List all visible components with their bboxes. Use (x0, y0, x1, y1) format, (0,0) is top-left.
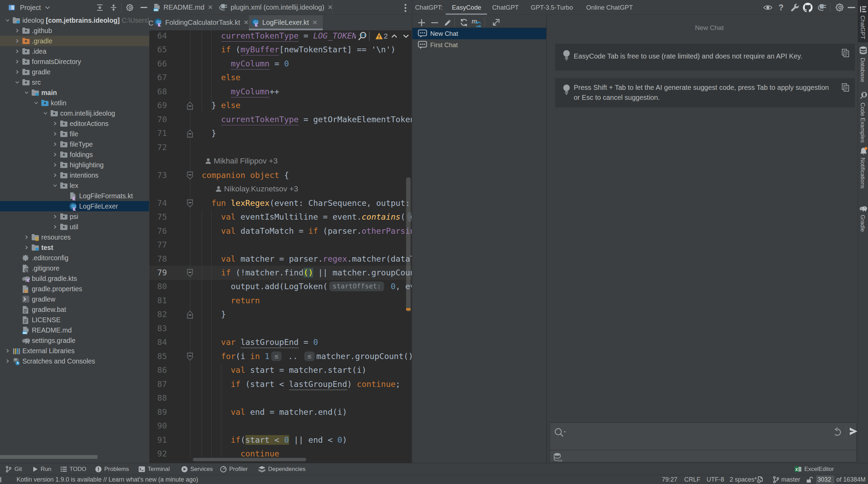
memory-used[interactable]: 3032 (817, 475, 831, 484)
editor-tab-foldingcalculatortask[interactable]: FoldingCalculatorTask.kt✕ (154, 15, 248, 30)
close-tab-icon[interactable]: ✕ (208, 4, 213, 11)
chevron-collapsed-icon[interactable] (53, 142, 57, 147)
notifications-icon[interactable] (859, 147, 868, 156)
fold-marker-end-icon[interactable] (187, 129, 193, 138)
editor-tab-plugin.xml[interactable]: plugin.xml (com.intellij.ideolog)✕ (219, 0, 333, 15)
tab-options-kebab-icon[interactable] (404, 3, 406, 12)
inject-search-icon[interactable] (357, 31, 368, 42)
editor-tab-logfilelexer[interactable]: LogFileLexer.kt✕ (251, 15, 317, 30)
caret-position[interactable]: 79:27 (662, 475, 677, 484)
stripe-item-notifications[interactable]: Notifications (859, 158, 866, 189)
tree-item-gradlew[interactable]: gradlew (0, 294, 149, 304)
prev-warning-icon[interactable] (391, 34, 398, 38)
chatgpt-stripe-icon[interactable] (859, 6, 867, 13)
stripe-item-gradle[interactable]: Gradle (859, 215, 866, 232)
chat-list-item-new-chat[interactable]: New Chat (412, 28, 546, 39)
tree-item-kotlin[interactable]: kotlin (0, 98, 149, 108)
tree-item-resources[interactable]: resources (0, 232, 149, 242)
stripe-item-code-examples[interactable]: Code Examples (859, 103, 866, 143)
editor-tab-readme.md[interactable]: MDREADME.md✕ (153, 0, 213, 15)
eye-icon[interactable] (763, 4, 773, 11)
copy-icon[interactable] (841, 83, 850, 92)
chevron-collapsed-icon[interactable] (53, 131, 57, 136)
branch-name[interactable]: master (781, 475, 800, 484)
project-dropdown-icon[interactable] (45, 6, 50, 9)
chevron-collapsed-icon[interactable] (24, 245, 29, 250)
tree-item-editoractions[interactable]: editorActions (0, 118, 149, 129)
chevron-expanded-icon[interactable] (5, 18, 10, 23)
tree-item-scratches-and-consoles[interactable]: Scratches and Consoles (0, 356, 149, 366)
tool-button-run[interactable]: Run (32, 463, 51, 475)
close-tab-icon[interactable]: ✕ (313, 19, 317, 26)
help-icon[interactable]: ? (779, 3, 785, 12)
hide-chat-panel-icon[interactable] (848, 7, 855, 8)
editor-vscrollbar[interactable] (406, 177, 411, 312)
tree-item-filetype[interactable]: fileType (0, 139, 149, 149)
tree-item-.idea[interactable]: .idea (0, 46, 149, 56)
tool-button-todo[interactable]: TODO (60, 463, 86, 475)
tool-button-dependencies[interactable]: Dependencies (258, 463, 306, 475)
status-message[interactable]: Kotlin version 1.9.0 is available // Lea… (17, 475, 198, 484)
tree-item-.gitignore[interactable]: .gitignore (0, 263, 149, 273)
next-warning-icon[interactable] (403, 34, 409, 38)
fold-marker-collapse-icon[interactable] (187, 171, 193, 180)
stripe-item-chatgpt[interactable]: ChatGPT (859, 15, 866, 39)
tree-item-foldings[interactable]: foldings (0, 149, 149, 160)
copy-icon[interactable] (841, 48, 850, 58)
chat-list-item-first-chat[interactable]: First Chat (412, 40, 546, 51)
chevron-collapsed-icon[interactable] (15, 49, 20, 54)
tool-button-terminal[interactable]: Terminal (138, 463, 170, 475)
refresh-icon[interactable] (459, 18, 469, 28)
tool-button-problems[interactable]: Problems (95, 463, 129, 475)
tree-item-src[interactable]: src (0, 77, 149, 87)
tree-item-build.gradle.kts[interactable]: build.gradle.kts (0, 273, 149, 284)
fold-marker-collapse-icon[interactable] (187, 269, 193, 277)
editor-hscrollbar[interactable] (193, 458, 306, 461)
edit-icon[interactable] (443, 18, 452, 27)
code-editor[interactable]: 64 currentTokenType = LOG_TOKEN_SEPARATO… (149, 30, 412, 463)
indent-setting[interactable]: 2 spaces* (730, 475, 757, 484)
chevron-collapsed-icon[interactable] (53, 224, 57, 229)
tool-button-git[interactable]: Git (5, 463, 22, 475)
tree-item-external-libraries[interactable]: External Libraries (0, 346, 149, 356)
git-branch-icon[interactable] (772, 476, 780, 484)
tree-item-formatsdirectory[interactable]: formatsDirectory (0, 56, 149, 67)
tab-gpt-35-turbo[interactable]: GPT-3.5-Turbo (531, 0, 573, 15)
tool-button-profiler[interactable]: Profiler (220, 463, 248, 475)
encoding[interactable]: UTF-8 (707, 475, 724, 484)
tree-item-com.intellij.ideolog[interactable]: com.intellij.ideolog (0, 108, 149, 118)
hide-panel-icon[interactable] (140, 7, 147, 8)
tab-easycode[interactable]: EasyCode (452, 0, 481, 15)
chevron-collapsed-icon[interactable] (24, 235, 29, 240)
chevron-expanded-icon[interactable] (34, 101, 39, 105)
tool-button-services[interactable]: Services (181, 463, 213, 475)
file-settings-icon[interactable] (756, 476, 764, 484)
stripe-item-database[interactable]: Database (859, 58, 866, 82)
undo-icon[interactable] (833, 427, 843, 436)
tree-item-gradlew.bat[interactable]: gradlew.bat (0, 304, 149, 315)
chevron-collapsed-icon[interactable] (15, 28, 20, 33)
author-annotation[interactable]: Nikolay.Kuznetsov +3 (224, 182, 298, 196)
chevron-collapsed-icon[interactable] (5, 359, 10, 364)
add-icon[interactable] (417, 18, 426, 27)
fold-marker-end-icon[interactable] (187, 101, 193, 110)
chevron-expanded-icon[interactable] (24, 90, 29, 95)
chevron-collapsed-icon[interactable] (15, 70, 20, 74)
settings-icon[interactable] (835, 3, 845, 12)
gradle-icon[interactable] (859, 205, 868, 212)
chat-input-area[interactable]: <> (550, 422, 857, 462)
line-ending[interactable]: CRLF (684, 475, 700, 484)
fold-marker-collapse-icon[interactable] (187, 199, 193, 208)
close-tab-icon[interactable]: ✕ (244, 19, 248, 26)
tree-item-lex[interactable]: lex (0, 180, 149, 191)
tree-item-readme.md[interactable]: MDREADME.md (0, 325, 149, 335)
tree-item-logfilelexer[interactable]: LogFileLexer (0, 201, 149, 211)
tree-item-gradle[interactable]: gradle (0, 67, 149, 77)
tree-item-.editorconfig[interactable]: .editorconfig (0, 253, 149, 263)
chevron-collapsed-icon[interactable] (53, 152, 57, 157)
tree-item-main[interactable]: main (0, 87, 149, 98)
tree-item-.gradle[interactable]: .gradle (0, 36, 149, 46)
tool-button-exceleditor[interactable]: XExcelEditor (794, 463, 834, 475)
chevron-expanded-icon[interactable] (43, 111, 48, 116)
code-examples-icon[interactable] (859, 91, 868, 99)
